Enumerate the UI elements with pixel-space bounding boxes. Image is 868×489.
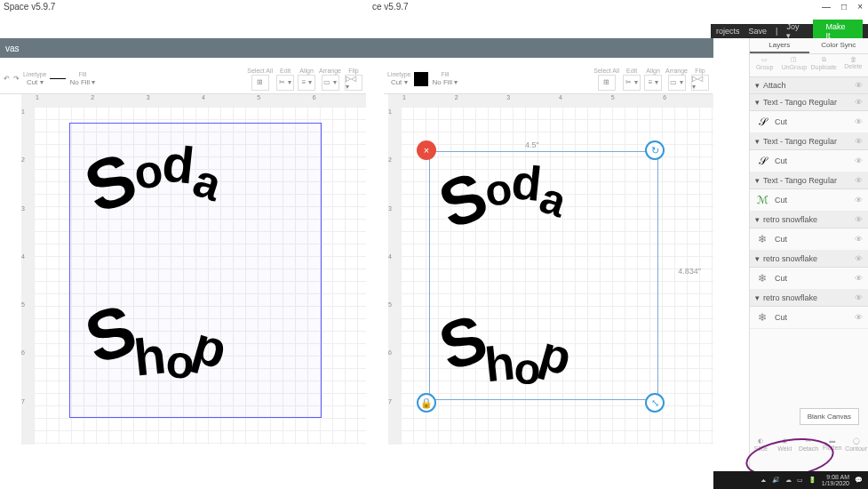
ruler-v-2: 1234567: [388, 107, 401, 445]
visibility-icon[interactable]: 👁: [855, 215, 863, 224]
layer-sub: Cut: [775, 156, 787, 165]
visibility-icon[interactable]: 👁: [855, 254, 863, 263]
tray-icon[interactable]: ⏶: [760, 477, 767, 484]
visibility-icon[interactable]: 👁: [855, 176, 863, 185]
layer-row[interactable]: ❄Cut👁: [750, 307, 868, 329]
layer-header[interactable]: ▾Text - Tango Regular👁: [750, 133, 868, 150]
fill-select[interactable]: No Fill ▾: [69, 78, 95, 86]
toolbar-1: ↶ ↷ LinetypeCut ▾ FillNo Fill ▾ Select A…: [0, 64, 366, 94]
tab-colorsync[interactable]: Color Sync: [809, 38, 869, 53]
visibility-icon[interactable]: 👁: [855, 117, 863, 126]
layer-sub: Cut: [775, 196, 787, 204]
layer-header[interactable]: ▾retro snowflake👁: [750, 251, 868, 268]
visibility-icon[interactable]: 👁: [855, 137, 863, 146]
layer-row[interactable]: ❄Cut👁: [750, 228, 868, 251]
group-button[interactable]: ▭Group: [750, 54, 779, 76]
contour-button[interactable]: ◯Contour: [844, 437, 868, 452]
app-title-1: Space v5.9.7: [0, 0, 59, 13]
select-all-button-2[interactable]: ⊞: [598, 75, 616, 91]
canvas-2[interactable]: 123456 1234567 × ↻ 🔒 ⤡ 4.5" 4.834" Soda …: [388, 94, 713, 445]
minimize-button[interactable]: —: [822, 2, 831, 11]
line-sample-icon: [50, 78, 66, 79]
fill-swatch[interactable]: [414, 72, 428, 86]
ruler-h-2: 123456: [401, 94, 713, 107]
edit-label-2: Edit: [626, 68, 637, 74]
ungroup-button[interactable]: ◫UnGroup: [779, 54, 808, 76]
linetype-label: Linetype: [23, 71, 46, 77]
arrange-label-2: Arrange: [665, 68, 688, 74]
text-shop-2[interactable]: Shop: [441, 304, 571, 381]
flip-label-2: Flip: [695, 68, 705, 74]
visibility-icon[interactable]: 👁: [855, 235, 863, 244]
canvas-1[interactable]: 123456 1234567 Soda Shop: [21, 94, 366, 445]
fill-select-2[interactable]: No Fill ▾: [432, 78, 458, 86]
layer-thumb-icon: 𝒮: [755, 154, 769, 168]
layer-row[interactable]: 𝒮Cut👁: [750, 150, 868, 172]
layers-panel: Layers Color Sync ▭Group ◫UnGroup ⧉Dupli…: [749, 38, 868, 471]
visibility-icon[interactable]: 👁: [855, 156, 863, 165]
align-button-2[interactable]: ≡ ▾: [644, 75, 662, 91]
layer-sub: Cut: [775, 235, 787, 244]
duplicate-button[interactable]: ⧉Duplicate: [809, 54, 839, 76]
linetype-select[interactable]: Cut ▾: [27, 78, 44, 86]
edit-button[interactable]: ✂ ▾: [276, 75, 294, 91]
layer-row[interactable]: 𝒮Cut👁: [750, 111, 868, 133]
edit-button-2[interactable]: ✂ ▾: [623, 75, 641, 91]
text-shop-1[interactable]: Shop: [87, 293, 226, 375]
attach-group-header[interactable]: ▾ Attach 👁: [750, 77, 868, 94]
canvas-header-1: vas: [0, 38, 713, 58]
layer-header[interactable]: ▾Text - Tango Regular👁: [750, 172, 868, 189]
select-all-button[interactable]: ⊞: [251, 75, 269, 91]
text-soda-1[interactable]: Soda: [87, 142, 219, 224]
layer-sub: Cut: [775, 313, 787, 322]
window-controls: — □ ×: [816, 0, 868, 12]
collapse-icon: ▾: [755, 137, 760, 146]
visibility-icon[interactable]: 👁: [855, 98, 863, 107]
app-title-2: ce v5.9.7: [369, 0, 412, 13]
flip-button[interactable]: ▷◁ ▾: [345, 75, 362, 91]
linetype-select-2[interactable]: Cut ▾: [391, 78, 408, 86]
notifications-icon[interactable]: 💬: [855, 477, 863, 484]
taskbar: ⏶ 🔊 ☁ ▭ 🔋 9:08 AM 1/19/2020 💬: [713, 471, 868, 489]
arrange-button[interactable]: ▭ ▾: [322, 75, 339, 91]
tab-layers[interactable]: Layers: [750, 38, 809, 53]
close-window-button[interactable]: ×: [857, 2, 863, 11]
layer-row[interactable]: ❄Cut👁: [750, 268, 868, 290]
redo-button[interactable]: ↷: [13, 75, 20, 83]
visibility-icon[interactable]: 👁: [855, 293, 863, 302]
layer-thumb-icon: ❄: [755, 310, 769, 325]
visibility-icon[interactable]: 👁: [855, 313, 863, 322]
menu-separator: |: [776, 27, 777, 36]
projects-menu[interactable]: rojects: [716, 27, 740, 36]
blank-canvas-button[interactable]: Blank Canvas: [800, 408, 859, 425]
visibility-icon[interactable]: 👁: [855, 196, 863, 204]
delete-handle[interactable]: ×: [417, 140, 436, 160]
layer-header[interactable]: ▾retro snowflake👁: [750, 212, 868, 228]
save-button[interactable]: Save: [749, 27, 768, 36]
visibility-icon[interactable]: 👁: [855, 274, 863, 283]
taskbar-date: 1/19/2020: [822, 480, 849, 486]
collapse-icon: ▾: [755, 293, 760, 302]
text-soda-2[interactable]: Soda: [441, 162, 566, 238]
toolbar-2: LinetypeCut ▾ FillNo Fill ▾ Select All⊞ …: [384, 64, 713, 94]
align-button[interactable]: ≡ ▾: [298, 75, 315, 91]
tray-icon[interactable]: 🔊: [772, 477, 780, 484]
visibility-icon[interactable]: 👁: [855, 81, 863, 90]
rotate-handle[interactable]: ↻: [645, 140, 665, 160]
layer-header[interactable]: ▾Text - Tango Regular👁: [750, 94, 868, 111]
undo-button[interactable]: ↶: [4, 75, 10, 83]
layer-row[interactable]: ℳCut👁: [750, 189, 868, 212]
maximize-button[interactable]: □: [841, 2, 847, 11]
user-menu[interactable]: Joy ▾: [786, 22, 804, 40]
align-label: Align: [299, 68, 314, 74]
delete-button[interactable]: 🗑Delete: [839, 54, 868, 76]
arrange-button-2[interactable]: ▭ ▾: [668, 75, 686, 91]
tray-icon[interactable]: 🔋: [808, 477, 816, 484]
tray-icon[interactable]: ☁: [785, 477, 792, 484]
flip-button-2[interactable]: ▷◁ ▾: [691, 75, 709, 91]
layer-header[interactable]: ▾retro snowflake👁: [750, 290, 868, 307]
collapse-icon: ▾: [755, 254, 760, 263]
lock-handle[interactable]: 🔒: [417, 393, 436, 413]
scale-handle[interactable]: ⤡: [645, 393, 665, 413]
tray-icon[interactable]: ▭: [797, 477, 803, 484]
